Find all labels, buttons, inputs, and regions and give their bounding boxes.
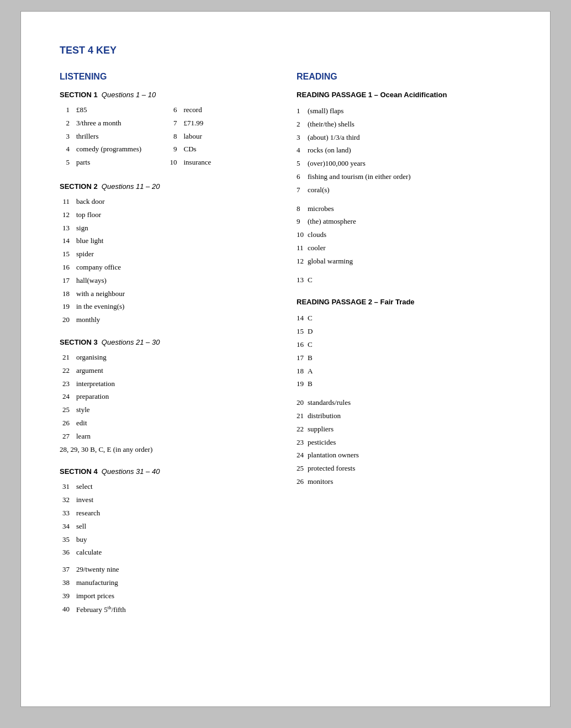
answer-text: D — [308, 326, 511, 337]
answer-num: 24 — [297, 450, 308, 461]
answer-text: hall(ways) — [76, 275, 274, 287]
answer-num: 23 — [60, 378, 76, 390]
answer-text: parts — [76, 157, 167, 168]
answer-text: import prices — [76, 590, 274, 602]
section2-block: SECTION 2 Questions 11 – 20 11back door1… — [60, 182, 274, 326]
answer-row: 3729/twenty nine — [60, 564, 274, 576]
section1-col2: 6record7£71.998labour9CDs10insurance — [167, 104, 275, 170]
answer-num: 14 — [60, 235, 76, 247]
answer-num: 35 — [60, 534, 76, 546]
answer-num: 6 — [167, 104, 184, 116]
answer-num: 13 — [297, 275, 308, 286]
answer-text: buy — [76, 534, 274, 546]
answer-row: 24preparation — [60, 391, 274, 403]
answer-row: 33research — [60, 508, 274, 519]
answer-text: (over)100,000 years — [308, 158, 511, 170]
answer-text: monitors — [308, 476, 511, 488]
answer-num: 5 — [60, 157, 76, 168]
answer-text: C — [308, 313, 511, 324]
answer-row: 1(small) flaps — [297, 105, 511, 117]
answer-row: 3thrillers — [60, 131, 167, 143]
section3-heading: SECTION 3 Questions 21 – 30 — [60, 338, 274, 346]
answer-text: cooler — [308, 242, 511, 254]
answer-text: A — [308, 366, 511, 377]
passage1-block: READING PASSAGE 1 – Ocean Acidification … — [297, 91, 511, 286]
answer-row: 35buy — [60, 534, 274, 546]
answer-num: 2 — [297, 119, 308, 130]
answer-row: 7coral(s) — [297, 184, 511, 196]
answer-row: 22suppliers — [297, 424, 511, 435]
answer-text: (their/the) shells — [308, 119, 511, 130]
answer-row: 16C — [297, 339, 511, 351]
answer-num: 15 — [297, 326, 308, 337]
answer-text: 3/three a month — [76, 118, 167, 129]
answer-row: 8labour — [167, 131, 275, 143]
answer-text: clouds — [308, 229, 511, 241]
answer-text: company office — [76, 262, 274, 273]
answer-num: 26 — [60, 418, 76, 429]
answer-row: 20monthly — [60, 314, 274, 326]
answer-num: 37 — [60, 564, 76, 576]
answer-text: distribution — [308, 410, 511, 422]
answer-text: organising — [76, 352, 274, 363]
answer-num: 9 — [297, 216, 308, 228]
answer-row: 6record — [167, 104, 275, 116]
answer-row: 4rocks (on land) — [297, 145, 511, 156]
answer-row: 16company office — [60, 262, 274, 273]
answer-num: 1 — [297, 105, 308, 117]
answer-num: 31 — [60, 481, 76, 493]
answer-text: (small) flaps — [308, 105, 511, 117]
answer-text: spider — [76, 249, 274, 260]
answer-row: 26edit — [60, 418, 274, 429]
answer-row: 12global warming — [297, 256, 511, 267]
answer-row: 15spider — [60, 249, 274, 260]
answer-text: labour — [184, 131, 275, 143]
answer-row: 9(the) atmosphere — [297, 216, 511, 228]
answer-num: 9 — [167, 144, 184, 155]
answer-row: 11cooler — [297, 242, 511, 254]
answer-text: 29/twenty nine — [76, 564, 274, 576]
answer-num: 38 — [60, 577, 76, 589]
answer-text: top floor — [76, 209, 274, 221]
answer-row: 27learn — [60, 431, 274, 442]
answer-text: sell — [76, 521, 274, 532]
answer-row: 5(over)100,000 years — [297, 158, 511, 170]
passage2-answers: 14C15D16C17B18A19B20standards/rules21dis… — [297, 313, 511, 487]
answer-text: select — [76, 481, 274, 493]
answer-row: 22argument — [60, 365, 274, 377]
answer-text: £85 — [76, 104, 167, 116]
section4-block: SECTION 4 Questions 31 – 40 31select32in… — [60, 467, 274, 615]
answer-num: 27 — [60, 431, 76, 442]
answer-row: 13sign — [60, 223, 274, 234]
answer-num: 1 — [60, 104, 76, 116]
left-column: LISTENING SECTION 1 Questions 1 – 10 1£8… — [60, 72, 274, 628]
answer-text: monthly — [76, 314, 274, 326]
answer-row: 20standards/rules — [297, 397, 511, 409]
answer-row: 2(their/the) shells — [297, 119, 511, 130]
answer-row: 21distribution — [297, 410, 511, 422]
answer-num: 25 — [60, 404, 76, 416]
answer-row: 23interpretation — [60, 378, 274, 390]
main-title: TEST 4 KEY — [60, 45, 511, 56]
answer-num: 40 — [60, 604, 76, 616]
answer-row: 39import prices — [60, 590, 274, 602]
answer-num: 32 — [60, 494, 76, 506]
answer-num: 8 — [297, 203, 308, 215]
answer-num: 7 — [167, 118, 184, 129]
answer-num: 23 — [297, 437, 308, 449]
answer-num: 15 — [60, 249, 76, 260]
answer-row: 21organising — [60, 352, 274, 363]
answer-row: 4comedy (programmes) — [60, 144, 167, 155]
answer-text: B — [308, 378, 511, 390]
answer-num: 21 — [297, 410, 308, 422]
answer-text: fishing and tourism (in either order) — [308, 171, 511, 183]
answer-num: 22 — [297, 424, 308, 435]
answer-num: 26 — [297, 476, 308, 488]
answer-text: rocks (on land) — [308, 145, 511, 156]
answer-text: protected forests — [308, 463, 511, 474]
page: TEST 4 KEY LISTENING SECTION 1 Questions… — [20, 11, 551, 707]
answer-row: 13C — [297, 275, 511, 286]
section1-col1: 1£8523/three a month3thrillers4comedy (p… — [60, 104, 167, 170]
answer-num: 20 — [60, 314, 76, 326]
answer-text: argument — [76, 365, 274, 377]
